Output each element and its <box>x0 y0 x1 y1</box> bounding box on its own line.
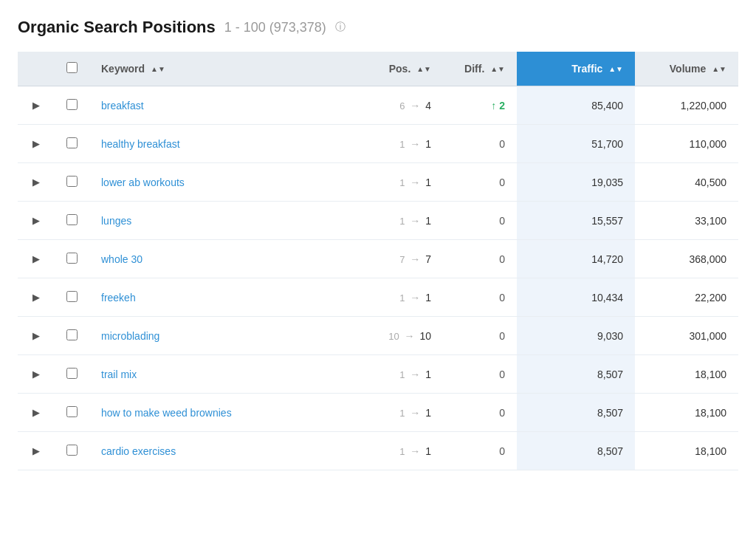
expand-cell: ▶ <box>18 317 55 355</box>
diff-cell: 0 <box>443 394 517 432</box>
volume-cell: 22,200 <box>635 278 738 317</box>
expand-button[interactable]: ▶ <box>30 252 43 266</box>
row-checkbox[interactable] <box>66 368 78 379</box>
col-volume-header[interactable]: Volume ▲▼ <box>635 52 738 86</box>
expand-cell: ▶ <box>18 394 55 432</box>
col-traffic-header[interactable]: Traffic ▲▼ <box>517 52 635 86</box>
keyword-link[interactable]: healthy breakfast <box>101 138 180 150</box>
diff-cell: 0 <box>443 432 517 470</box>
row-checkbox[interactable] <box>66 329 78 340</box>
traffic-cell: 14,720 <box>517 240 635 278</box>
traffic-cell: 8,507 <box>517 432 635 470</box>
diff-cell: 0 <box>443 125 517 163</box>
traffic-cell: 85,400 <box>517 86 635 125</box>
row-checkbox[interactable] <box>66 137 78 148</box>
keyword-cell: breakfast <box>89 86 354 125</box>
col-check-header <box>55 52 89 86</box>
pos-cell: 10 → 10 <box>354 317 443 355</box>
volume-cell: 33,100 <box>635 202 738 240</box>
traffic-cell: 8,507 <box>517 355 635 394</box>
table-row: ▶lunges1 → 1015,55733,100 <box>18 202 738 240</box>
keyword-link[interactable]: microblading <box>101 330 159 342</box>
check-cell <box>55 394 89 432</box>
expand-button[interactable]: ▶ <box>30 405 43 419</box>
keyword-cell: whole 30 <box>89 240 354 278</box>
volume-cell: 301,000 <box>635 317 738 355</box>
col-expand-header <box>18 52 55 86</box>
row-checkbox[interactable] <box>66 176 78 187</box>
traffic-cell: 9,030 <box>517 317 635 355</box>
row-checkbox[interactable] <box>66 214 78 225</box>
pos-cell: 1 → 1 <box>354 394 443 432</box>
expand-cell: ▶ <box>18 202 55 240</box>
keyword-link[interactable]: whole 30 <box>101 253 142 265</box>
expand-button[interactable]: ▶ <box>30 213 43 227</box>
keyword-cell: how to make weed brownies <box>89 394 354 432</box>
pos-cell: 1 → 1 <box>354 432 443 470</box>
check-cell <box>55 163 89 202</box>
check-cell <box>55 125 89 163</box>
diff-cell: ↑ 2 <box>443 86 517 125</box>
page-title: Organic Search Positions <box>18 18 216 37</box>
expand-cell: ▶ <box>18 355 55 394</box>
expand-cell: ▶ <box>18 278 55 317</box>
keyword-link[interactable]: freekeh <box>101 292 136 304</box>
diff-cell: 0 <box>443 355 517 394</box>
traffic-cell: 19,035 <box>517 163 635 202</box>
volume-cell: 1,220,000 <box>635 86 738 125</box>
table-row: ▶how to make weed brownies1 → 108,50718,… <box>18 394 738 432</box>
check-cell <box>55 86 89 125</box>
expand-button[interactable]: ▶ <box>30 98 43 112</box>
check-cell <box>55 432 89 470</box>
check-cell <box>55 355 89 394</box>
volume-sort-icon: ▲▼ <box>712 67 726 72</box>
col-diff-header[interactable]: Diff. ▲▼ <box>443 52 517 86</box>
col-keyword-header[interactable]: Keyword ▲▼ <box>89 52 354 86</box>
keyword-cell: lunges <box>89 202 354 240</box>
volume-cell: 368,000 <box>635 240 738 278</box>
row-checkbox[interactable] <box>66 406 78 417</box>
row-checkbox[interactable] <box>66 253 78 264</box>
table-row: ▶whole 307 → 7014,720368,000 <box>18 240 738 278</box>
keyword-link[interactable]: cardio exercises <box>101 445 176 457</box>
volume-cell: 110,000 <box>635 125 738 163</box>
expand-cell: ▶ <box>18 432 55 470</box>
table-row: ▶lower ab workouts1 → 1019,03540,500 <box>18 163 738 202</box>
pos-cell: 7 → 7 <box>354 240 443 278</box>
expand-button[interactable]: ▶ <box>30 444 43 458</box>
keyword-link[interactable]: breakfast <box>101 100 144 112</box>
expand-button[interactable]: ▶ <box>30 137 43 151</box>
keyword-link[interactable]: how to make weed brownies <box>101 407 232 419</box>
keyword-link[interactable]: trail mix <box>101 369 137 380</box>
row-checkbox[interactable] <box>66 291 78 302</box>
table-row: ▶healthy breakfast1 → 1051,700110,000 <box>18 125 738 163</box>
expand-button[interactable]: ▶ <box>30 367 43 381</box>
keyword-cell: healthy breakfast <box>89 125 354 163</box>
pos-cell: 1 → 1 <box>354 163 443 202</box>
col-pos-header[interactable]: Pos. ▲▼ <box>354 52 443 86</box>
traffic-cell: 10,434 <box>517 278 635 317</box>
keyword-cell: freekeh <box>89 278 354 317</box>
volume-cell: 18,100 <box>635 355 738 394</box>
expand-cell: ▶ <box>18 163 55 202</box>
table-row: ▶freekeh1 → 1010,43422,200 <box>18 278 738 317</box>
diff-cell: 0 <box>443 278 517 317</box>
pos-cell: 6 → 4 <box>354 86 443 125</box>
keyword-link[interactable]: lunges <box>101 215 131 227</box>
keyword-link[interactable]: lower ab workouts <box>101 176 185 188</box>
expand-button[interactable]: ▶ <box>30 175 43 189</box>
expand-button[interactable]: ▶ <box>30 329 43 343</box>
keyword-sort-icon: ▲▼ <box>151 67 165 72</box>
select-all-checkbox[interactable] <box>66 62 78 73</box>
keyword-cell: cardio exercises <box>89 432 354 470</box>
table-row: ▶breakfast6 → 4↑ 285,4001,220,000 <box>18 86 738 125</box>
volume-cell: 18,100 <box>635 394 738 432</box>
row-checkbox[interactable] <box>66 99 78 110</box>
info-icon[interactable]: ⓘ <box>335 21 346 34</box>
row-checkbox[interactable] <box>66 445 78 456</box>
expand-cell: ▶ <box>18 240 55 278</box>
expand-button[interactable]: ▶ <box>30 290 43 304</box>
check-cell <box>55 240 89 278</box>
traffic-sort-icon: ▲▼ <box>608 67 623 72</box>
diff-cell: 0 <box>443 317 517 355</box>
